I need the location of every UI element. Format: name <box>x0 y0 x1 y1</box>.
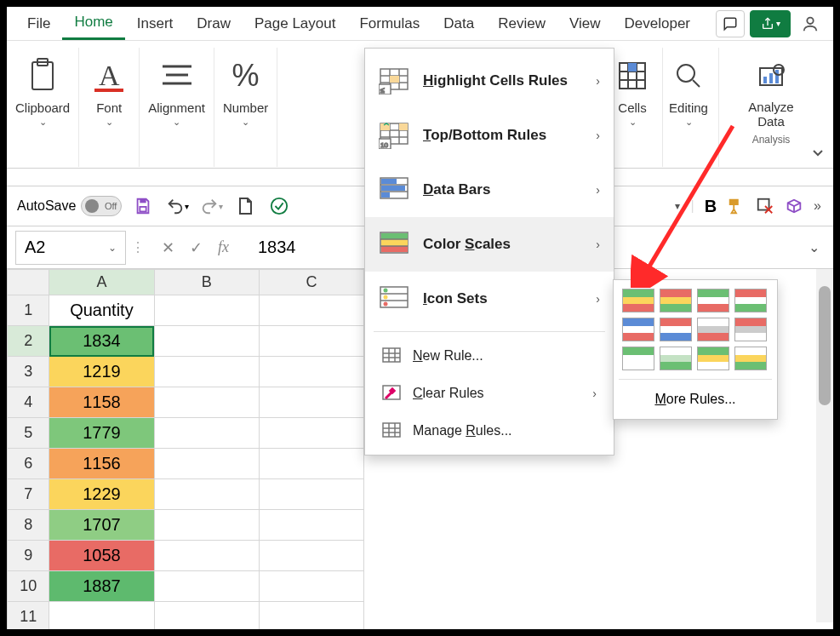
ribbon-group-alignment[interactable]: Alignment ⌄ <box>140 48 214 167</box>
account-icon[interactable] <box>796 10 825 37</box>
row-header[interactable]: 5 <box>8 418 49 449</box>
data-cell[interactable]: 1219 <box>49 357 154 387</box>
tab-data[interactable]: Data <box>431 9 486 39</box>
formula-bar-expand-icon[interactable]: ⌄ <box>809 239 820 255</box>
cell[interactable] <box>154 510 259 541</box>
cell[interactable] <box>154 295 259 326</box>
cell[interactable] <box>259 479 363 510</box>
cell[interactable] <box>259 510 363 541</box>
comments-icon[interactable] <box>716 10 745 37</box>
accessibility-check-icon[interactable] <box>266 193 292 219</box>
name-box[interactable]: A2 ⌄ <box>15 231 126 265</box>
cell[interactable] <box>259 387 363 418</box>
color-scale-swatch[interactable] <box>697 347 729 370</box>
cell[interactable] <box>259 418 363 449</box>
cell[interactable] <box>154 541 259 571</box>
row-header[interactable]: 11 <box>8 602 49 630</box>
cell[interactable] <box>154 449 259 479</box>
cell[interactable] <box>259 602 363 630</box>
color-scale-swatch[interactable] <box>622 318 654 341</box>
cell[interactable] <box>259 541 363 571</box>
format-painter-icon[interactable] <box>727 197 746 215</box>
cf-menu-data-bars[interactable]: Data Bars › <box>365 163 614 217</box>
tab-view[interactable]: View <box>557 9 613 39</box>
row-header[interactable]: 7 <box>8 479 49 510</box>
color-scale-swatch[interactable] <box>622 289 654 312</box>
data-cell[interactable]: 1834 <box>49 326 154 357</box>
data-cell[interactable]: 1058 <box>49 541 154 571</box>
cell[interactable] <box>259 295 363 326</box>
color-scale-swatch[interactable] <box>660 347 692 370</box>
autosave-toggle[interactable]: AutoSave Off <box>17 196 122 216</box>
cell[interactable] <box>154 602 259 630</box>
cancel-formula-icon[interactable]: ✕ <box>157 235 180 261</box>
cell[interactable] <box>154 571 259 602</box>
bold-button[interactable]: B <box>705 197 717 216</box>
cf-menu-top-bottom[interactable]: 10 Top/Bottom Rules › <box>365 108 614 163</box>
tab-home[interactable]: Home <box>62 7 124 40</box>
cell[interactable] <box>259 571 363 602</box>
cell[interactable] <box>259 326 363 357</box>
data-cell[interactable]: 1779 <box>49 418 154 449</box>
color-scale-swatch[interactable] <box>734 289 767 312</box>
ribbon-collapse-button[interactable] <box>808 142 828 163</box>
tab-formulas[interactable]: Formulas <box>347 9 431 39</box>
tab-pagelayout[interactable]: Page Layout <box>243 9 347 39</box>
cf-menu-manage-rules[interactable]: Manage Rules... <box>365 412 614 450</box>
select-all-corner[interactable] <box>8 270 49 295</box>
cf-menu-icon-sets[interactable]: Icon Sets › <box>365 272 614 326</box>
color-scale-swatch[interactable] <box>734 318 767 341</box>
row-header[interactable]: 2 <box>8 326 49 357</box>
ribbon-group-editing[interactable]: Editing ⌄ <box>659 48 719 167</box>
row-header[interactable]: 9 <box>8 541 49 571</box>
col-header-c[interactable]: C <box>259 270 363 295</box>
delete-format-icon[interactable] <box>756 197 774 215</box>
data-cell[interactable]: 1156 <box>49 449 154 479</box>
cf-menu-color-scales[interactable]: Color Scales › <box>365 217 614 272</box>
header-cell[interactable]: Quantity <box>49 295 154 326</box>
toggle-pill[interactable]: Off <box>81 196 122 216</box>
col-header-a[interactable]: A <box>49 270 154 295</box>
share-button[interactable]: ▾ <box>750 10 791 37</box>
cell[interactable] <box>154 326 259 357</box>
color-scales-more-rules[interactable]: More Rules... <box>622 388 769 410</box>
row-header[interactable]: 3 <box>8 357 49 387</box>
cf-menu-clear-rules[interactable]: Clear Rules › <box>365 375 614 412</box>
color-scale-swatch[interactable] <box>660 289 692 312</box>
redo-button[interactable]: ▾ <box>198 193 224 219</box>
tab-developer[interactable]: Developer <box>613 9 703 39</box>
cell[interactable] <box>154 479 259 510</box>
cell[interactable] <box>154 387 259 418</box>
data-cell[interactable]: 1158 <box>49 387 154 418</box>
tab-draw[interactable]: Draw <box>185 9 243 39</box>
row-header[interactable]: 1 <box>8 295 49 326</box>
ribbon-group-analyze[interactable]: Analyze Data Analysis <box>729 48 814 167</box>
data-cell[interactable]: 1229 <box>49 479 154 510</box>
tab-insert[interactable]: Insert <box>125 9 186 39</box>
row-header[interactable]: 4 <box>8 387 49 418</box>
col-header-b[interactable]: B <box>154 270 259 295</box>
addins-icon[interactable] <box>785 197 803 215</box>
row-header[interactable]: 6 <box>8 449 49 479</box>
color-scale-swatch[interactable] <box>697 318 729 341</box>
undo-button[interactable]: ▾ <box>164 193 190 219</box>
more-commands-icon[interactable]: » <box>814 198 821 214</box>
tab-review[interactable]: Review <box>486 9 557 39</box>
new-file-icon[interactable] <box>232 193 258 219</box>
cell[interactable] <box>259 449 363 479</box>
fx-icon[interactable]: fx <box>213 235 234 260</box>
enter-formula-icon[interactable]: ✓ <box>185 235 208 261</box>
ribbon-group-font[interactable]: A Font ⌄ <box>79 48 140 167</box>
save-icon[interactable] <box>130 193 156 219</box>
color-scale-swatch[interactable] <box>734 347 767 370</box>
vertical-scrollbar[interactable] <box>816 269 833 622</box>
cell[interactable] <box>154 418 259 449</box>
data-cell[interactable]: 1887 <box>49 571 154 602</box>
color-scale-swatch[interactable] <box>660 318 692 341</box>
row-header[interactable]: 8 <box>8 510 49 541</box>
color-scale-swatch[interactable] <box>697 289 729 312</box>
row-header[interactable]: 10 <box>8 571 49 602</box>
ribbon-group-clipboard[interactable]: Clipboard ⌄ <box>7 48 79 167</box>
formula-value[interactable]: 1834 <box>241 238 296 257</box>
cell[interactable] <box>154 357 259 387</box>
